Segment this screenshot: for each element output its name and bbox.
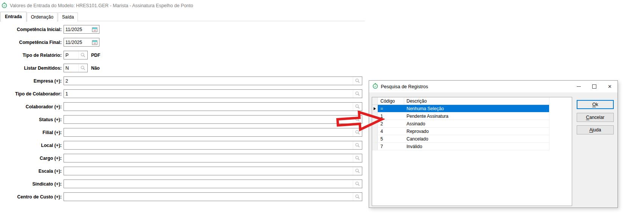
minimize-button[interactable] [571,81,587,92]
cell-descricao: Reprovado [404,128,549,135]
calendar-button[interactable]: 10 [90,25,99,33]
column-header-codigo[interactable]: Código [378,97,404,105]
row-marker-gutter [372,135,378,142]
entrada-form: Competência Inicial:11/202510Competência… [0,21,369,201]
magnifier-icon [355,143,360,148]
lookup-button[interactable] [78,64,87,72]
page-title: Valores de Entrada do Modelo: HRES101.GE… [10,3,193,8]
lookup-button[interactable] [353,128,362,136]
field-label: Status (+): [0,117,62,122]
date-input-competencia-inicial[interactable]: 11/202510 [64,25,99,34]
lookup-button[interactable] [78,51,87,59]
magnifier-icon [355,194,360,199]
table-row[interactable]: 4Reprovado [372,128,549,135]
lookup-button[interactable] [353,116,362,123]
lookup-button[interactable] [353,167,362,175]
magnifier-icon [355,104,360,109]
row-marker-gutter [372,128,378,135]
table-row[interactable]: 1Pendente Assinatura [372,112,549,120]
field-label: Cargo (+): [0,156,62,161]
magnifier-icon [355,169,360,173]
field-label: Colaborador (+): [0,104,62,109]
column-header-descricao[interactable]: Descrição [404,97,549,105]
cell-descricao: Inválido [404,143,549,150]
field-label: Competência Final: [0,40,62,45]
row-marker-gutter [372,120,378,127]
field-label: Competência Inicial: [0,27,62,32]
form-row-status: Status (+): [0,115,369,124]
magnifier-icon [81,53,85,58]
field-value: 2 [64,77,353,85]
cell-codigo: 1 [378,112,404,120]
table-header-row: Código Descrição [372,97,549,105]
dialog-titlebar: Pesquisa de Registros ✕ [369,81,618,92]
field-value: P [64,51,78,59]
form-row-tipo-de-colaborador: Tipo de Colaborador:1 [0,89,369,98]
field-label: Escala (+): [0,169,62,174]
row-marker-gutter [372,97,378,105]
cancelar-button[interactable]: Cancelar [577,113,614,122]
table-row[interactable]: 5Cancelado [372,135,549,143]
cell-descricao: Cancelado [404,135,549,142]
field-label: Empresa (+): [0,78,62,84]
lookup-button[interactable] [353,103,362,111]
cell-codigo: 2 [378,120,404,127]
field-value [64,128,353,136]
lookup-button[interactable] [353,90,362,98]
field-value [64,116,353,123]
magnifier-icon [81,66,85,70]
lookup-input-status[interactable] [64,115,362,124]
lookup-input-empresa[interactable]: 2 [64,76,362,85]
lookup-input-sindicato[interactable] [64,180,362,188]
lookup-input-centro-de-custo[interactable] [64,192,362,201]
maximize-button[interactable] [587,81,602,92]
lookup-input-escala[interactable] [64,167,362,175]
lookup-input-cargo[interactable] [64,154,362,162]
lookup-input-local[interactable] [64,141,362,150]
ok-button[interactable]: Ok [577,100,614,109]
window-controls: ✕ [571,81,618,92]
field-value: N [64,64,78,72]
table-row[interactable]: 7Inválido [372,143,549,150]
lookup-button[interactable] [353,193,362,201]
cell-codigo: = [378,105,404,112]
form-row-cargo: Cargo (+): [0,154,369,162]
row-marker-gutter [372,112,378,120]
lookup-button[interactable] [353,180,362,188]
tab-ordenacao[interactable]: Ordenação [27,12,57,22]
current-row-marker-icon [374,107,376,110]
field-value [64,180,353,188]
lookup-button[interactable] [353,154,362,162]
tab-bar: EntradaOrdenaçãoSaída [0,12,78,22]
magnifier-icon [355,78,360,83]
field-label: Local (+): [0,143,62,148]
app-window: Valores de Entrada do Modelo: HRES101.GE… [0,0,644,217]
app-clock-icon [2,2,7,9]
ajuda-button[interactable]: Ajuda [577,125,614,134]
field-value: 1 [64,90,353,98]
tab-entrada[interactable]: Entrada [0,12,26,22]
field-value: 11/2025 [64,25,90,33]
lookup-input-colaborador[interactable] [64,102,362,111]
cell-codigo: 7 [378,143,404,150]
lookup-button[interactable] [353,141,362,149]
lookup-input-listar-demitidos[interactable]: N [64,64,88,72]
form-row-escala: Escala (+): [0,167,369,175]
field-value [64,167,353,175]
field-label: Tipo de Colaborador: [0,91,62,97]
cell-descricao: Assinado [404,120,549,127]
table-row[interactable]: 2Assinado [372,120,549,128]
lookup-button[interactable] [353,77,362,85]
cell-descricao: Pendente Assinatura [404,112,549,120]
field-label: Sindicato (+): [0,181,62,187]
lookup-input-filial[interactable] [64,128,362,137]
calendar-button[interactable]: 10 [90,38,99,46]
close-button[interactable]: ✕ [602,81,618,92]
svg-text:10: 10 [93,42,96,44]
table-row[interactable]: =Nenhuma Seleção [372,105,549,112]
lookup-input-tipo-de-colaborador[interactable]: 1 [64,89,362,98]
tab-saida[interactable]: Saída [58,12,78,22]
date-input-competencia-final[interactable]: 11/202510 [64,38,99,47]
lookup-input-tipo-de-relatorio[interactable]: P [64,51,88,59]
form-row-centro-de-custo: Centro de Custo (+): [0,192,369,201]
